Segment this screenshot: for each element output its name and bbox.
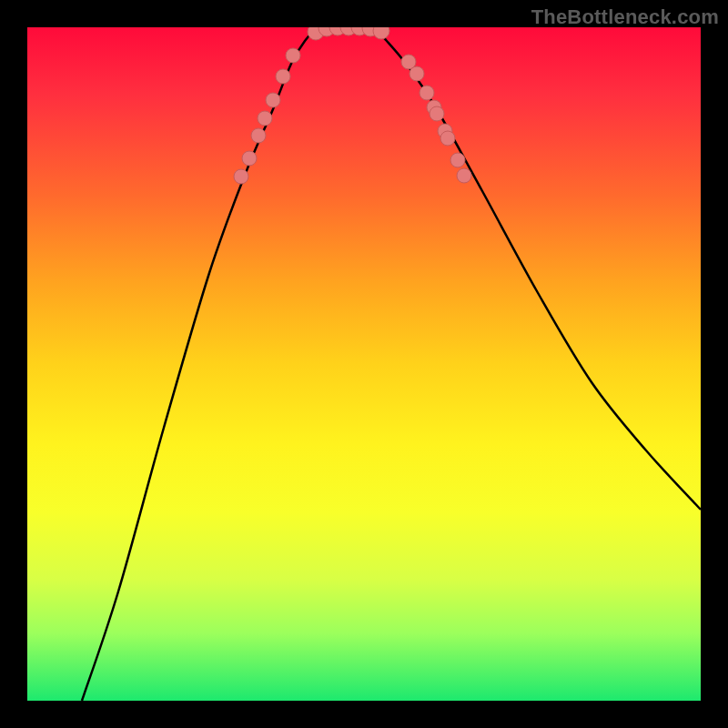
curve-marker-group: [234, 27, 471, 184]
curve-marker: [457, 168, 471, 183]
curve-marker: [440, 131, 455, 146]
curve-marker: [266, 93, 280, 107]
curve-marker: [251, 128, 266, 143]
curve-marker: [410, 66, 424, 81]
curve-marker: [450, 153, 465, 167]
curve-marker: [373, 27, 389, 39]
plot-frame: [27, 27, 701, 701]
watermark-text: TheBottleneck.com: [531, 5, 719, 29]
curve-marker: [258, 111, 272, 126]
curve-marker: [276, 69, 290, 84]
bottleneck-curve: [82, 27, 701, 701]
bottleneck-chart: [27, 27, 701, 701]
curve-marker: [430, 106, 444, 121]
curve-marker: [420, 86, 434, 100]
stage: TheBottleneck.com: [0, 0, 728, 728]
curve-marker: [286, 48, 300, 63]
curve-marker: [234, 169, 248, 184]
curve-marker: [242, 151, 257, 166]
